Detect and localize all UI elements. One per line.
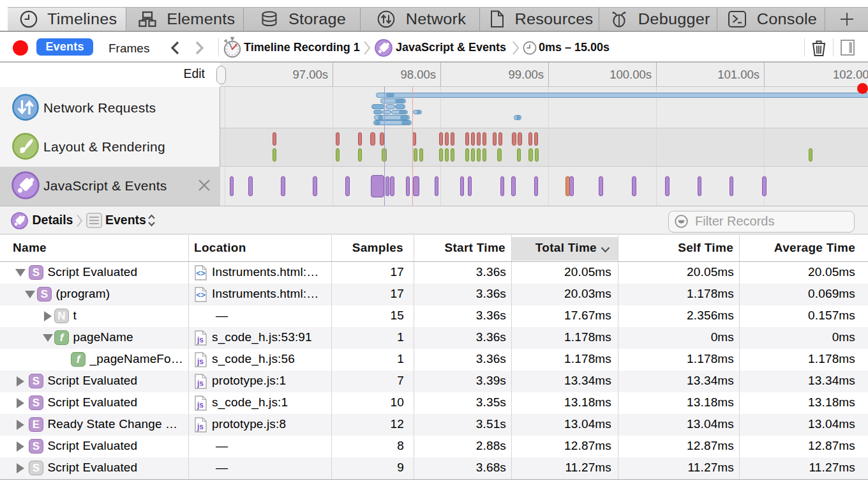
svg-text:js: js <box>197 335 204 344</box>
svg-text:<>: <> <box>196 268 206 277</box>
svg-text:js: js <box>197 422 204 431</box>
svg-text:<>: <> <box>196 290 206 299</box>
svg-text:js: js <box>197 356 204 365</box>
svg-text:js: js <box>197 400 204 409</box>
svg-text:js: js <box>197 378 204 387</box>
